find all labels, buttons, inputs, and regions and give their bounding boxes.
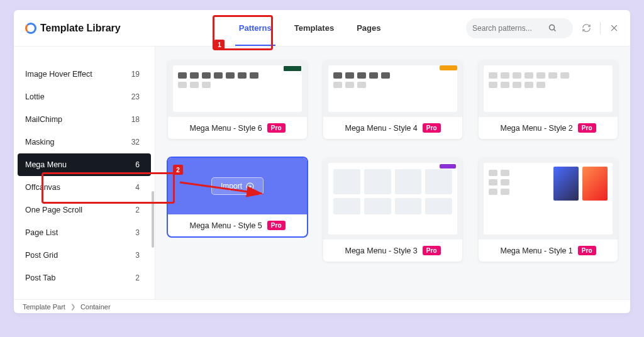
tab-patterns[interactable]: Patterns [228, 10, 283, 46]
sidebar-item-count: 6 [135, 160, 140, 169]
logo: Template Library [25, 23, 121, 34]
sidebar-item-count: 32 [131, 138, 140, 146]
pro-badge: Pro [578, 246, 596, 255]
card-thumb [479, 60, 618, 117]
card-thumb [479, 158, 618, 240]
template-library-dialog: Template Library Patterns Templates Page… [14, 10, 630, 313]
pro-badge: Pro [423, 123, 441, 133]
chevron-right-icon: ❯ [70, 303, 75, 310]
pattern-card-style5[interactable]: Import Mega Menu - Style 5 Pro [168, 158, 307, 236]
search-box[interactable] [466, 18, 573, 38]
sidebar-item-post-tab[interactable]: Post Tab 2 [14, 267, 155, 289]
sidebar-item-label: Page List [25, 228, 58, 237]
sidebar-item-one-page-scroll[interactable]: One Page Scroll 2 [14, 199, 155, 221]
logo-icon [25, 23, 36, 34]
sidebar: Image Hover Effect 19 Lottie 23 MailChim… [14, 47, 155, 299]
tab-templates[interactable]: Templates [283, 10, 345, 46]
card-thumb [323, 60, 462, 117]
sidebar-item-label: Mega Menu [25, 160, 67, 169]
search-input[interactable] [472, 24, 548, 33]
sidebar-item-mega-menu[interactable]: Mega Menu 6 [18, 153, 151, 176]
sidebar-item-count: 18 [131, 115, 140, 124]
search-icon[interactable] [548, 23, 557, 33]
sidebar-item-page-list[interactable]: Page List 3 [14, 221, 155, 244]
annotation-badge-1: 1 [214, 40, 225, 50]
sidebar-item-count: 2 [135, 206, 140, 214]
sidebar-item-count: 4 [135, 183, 140, 192]
content-area: Mega Menu - Style 6 Pro Mega Menu - Styl… [155, 47, 630, 299]
download-icon [246, 182, 254, 191]
pro-badge: Pro [578, 123, 596, 133]
annotation-badge-2: 2 [173, 165, 183, 175]
card-title: Mega Menu - Style 3 [345, 246, 417, 255]
sidebar-item-label: Offcanvas [25, 183, 60, 192]
sidebar-item-offcanvas[interactable]: Offcanvas 4 [14, 176, 155, 199]
card-thumb [168, 60, 307, 117]
pattern-card-style1[interactable]: Mega Menu - Style 1 Pro [479, 158, 618, 262]
card-title: Mega Menu - Style 6 [189, 124, 262, 133]
breadcrumb-item[interactable]: Container [80, 303, 111, 311]
pattern-grid: Mega Menu - Style 6 Pro Mega Menu - Styl… [168, 60, 618, 262]
app-title: Template Library [40, 23, 121, 34]
tabs: Patterns Templates Pages [228, 10, 392, 46]
import-label: Import [221, 182, 242, 191]
sidebar-item-count: 3 [135, 228, 140, 237]
close-icon[interactable] [609, 23, 619, 33]
card-thumb [323, 158, 462, 240]
sidebar-item-label: Post Grid [25, 251, 58, 260]
sidebar-item-count: 23 [131, 92, 140, 101]
card-caption: Mega Menu - Style 6 Pro [168, 117, 307, 139]
card-caption: Mega Menu - Style 2 Pro [479, 117, 618, 139]
sidebar-item-image-hover[interactable]: Image Hover Effect 19 [14, 63, 155, 86]
sidebar-item-count: 2 [135, 273, 140, 282]
header: Template Library Patterns Templates Page… [14, 10, 630, 47]
sidebar-item-masking[interactable]: Masking 32 [14, 131, 155, 153]
sidebar-item-label: Image Hover Effect [25, 70, 92, 79]
tab-pages[interactable]: Pages [345, 10, 392, 46]
pro-badge: Pro [267, 221, 286, 230]
divider [600, 22, 601, 35]
pro-badge: Pro [267, 123, 286, 133]
pattern-card-style6[interactable]: Mega Menu - Style 6 Pro [168, 60, 307, 139]
pro-badge: Pro [423, 246, 441, 255]
pattern-card-style4[interactable]: Mega Menu - Style 4 Pro [323, 60, 462, 139]
card-title: Mega Menu - Style 4 [345, 124, 417, 133]
card-title: Mega Menu - Style 2 [500, 124, 572, 133]
import-button[interactable]: Import [211, 177, 264, 195]
header-controls [466, 18, 619, 38]
card-caption: Mega Menu - Style 4 Pro [323, 117, 462, 139]
card-caption: Mega Menu - Style 5 Pro [168, 214, 307, 236]
sidebar-item-label: Post Tab [25, 273, 55, 282]
breadcrumb: Template Part ❯ Container [14, 299, 630, 313]
card-thumb: Import [168, 158, 307, 214]
svg-line-1 [554, 30, 556, 31]
card-caption: Mega Menu - Style 3 Pro [323, 240, 462, 262]
pattern-card-style3[interactable]: Mega Menu - Style 3 Pro [323, 158, 462, 262]
card-caption: Mega Menu - Style 1 Pro [479, 240, 618, 262]
card-title: Mega Menu - Style 5 [189, 221, 262, 230]
sidebar-item-post-grid[interactable]: Post Grid 3 [14, 244, 155, 267]
sidebar-item-label: Masking [25, 138, 55, 146]
svg-point-0 [550, 25, 555, 30]
sidebar-item-mailchimp[interactable]: MailChimp 18 [14, 108, 155, 131]
breadcrumb-item[interactable]: Template Part [23, 303, 65, 311]
refresh-icon[interactable] [582, 23, 591, 33]
sidebar-scrollbar[interactable] [152, 191, 154, 248]
sidebar-item-count: 3 [135, 251, 140, 260]
body: Image Hover Effect 19 Lottie 23 MailChim… [14, 47, 630, 299]
sidebar-item-label: One Page Scroll [25, 206, 82, 214]
sidebar-item-label: Lottie [25, 92, 45, 101]
sidebar-item-lottie[interactable]: Lottie 23 [14, 86, 155, 108]
pattern-card-style2[interactable]: Mega Menu - Style 2 Pro [479, 60, 618, 139]
sidebar-item-label: MailChimp [25, 115, 62, 124]
sidebar-item-count: 19 [131, 70, 140, 79]
card-title: Mega Menu - Style 1 [500, 246, 572, 255]
